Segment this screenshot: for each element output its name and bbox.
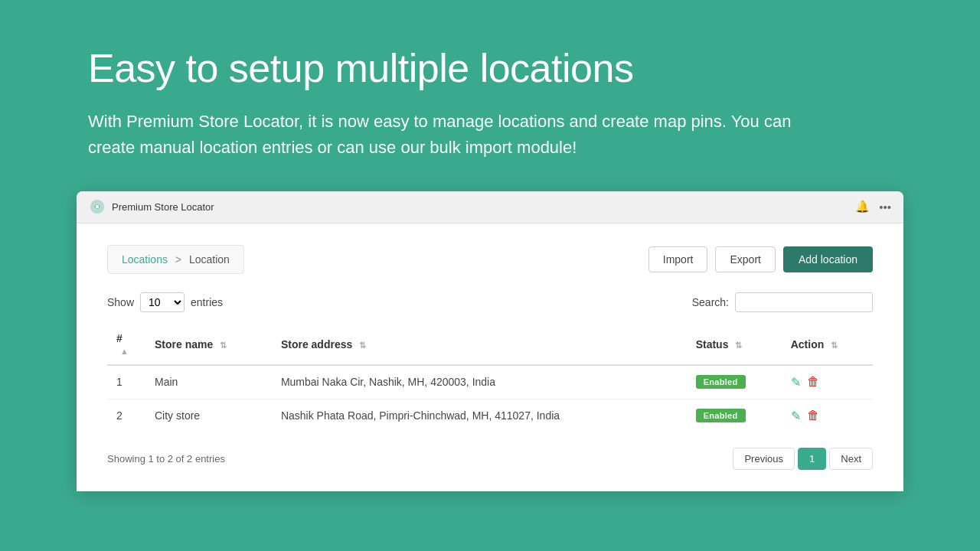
col-number: # ▲: [107, 324, 145, 365]
entries-label: entries: [191, 296, 223, 308]
col-store-address: Store address ⇅: [272, 324, 687, 365]
col-status: Status ⇅: [687, 324, 782, 365]
edit-icon[interactable]: ✎: [791, 409, 801, 423]
table-header-row: # ▲ Store name ⇅ Store address ⇅ Status …: [107, 324, 873, 365]
edit-icon[interactable]: ✎: [791, 375, 801, 390]
row-id: 2: [107, 399, 145, 432]
row-status: Enabled: [687, 399, 782, 432]
sort-icon-action: ⇅: [831, 341, 838, 350]
content-area: Locations > Location Import Export Add l…: [77, 223, 903, 491]
search-input[interactable]: [735, 292, 873, 312]
app-window: Premium Store Locator 🔔 ••• Locations > …: [77, 191, 903, 491]
pagination: Previous 1 Next: [733, 448, 873, 470]
row-store-address: Mumbai Naka Cir, Nashik, MH, 420003, Ind…: [272, 365, 687, 399]
sort-icon-address: ⇅: [359, 341, 366, 350]
export-button[interactable]: Export: [715, 246, 775, 272]
delete-icon[interactable]: 🗑: [807, 409, 819, 422]
search-bar: Search:: [692, 292, 873, 312]
sort-icon-number: ▲: [120, 347, 129, 356]
more-options-icon[interactable]: •••: [879, 201, 891, 214]
show-entries: Show 10 25 50 100 entries: [107, 292, 223, 312]
row-store-name: Main: [145, 365, 272, 399]
app-logo-icon: [89, 198, 106, 215]
table-row: 2 City store Nashik Phata Road, Pimpri-C…: [107, 399, 873, 432]
breadcrumb: Locations > Location: [107, 245, 244, 274]
showing-text: Showing 1 to 2 of 2 entries: [107, 453, 225, 465]
col-store-name: Store name ⇅: [145, 324, 272, 365]
breadcrumb-current: Location: [189, 253, 230, 266]
title-bar-left: Premium Store Locator: [89, 198, 214, 215]
previous-button[interactable]: Previous: [733, 448, 795, 470]
hero-title: Easy to setup multiple locations: [88, 46, 892, 92]
top-bar: Locations > Location Import Export Add l…: [107, 245, 873, 274]
import-button[interactable]: Import: [648, 246, 708, 272]
row-store-name: City store: [145, 399, 272, 432]
delete-icon[interactable]: 🗑: [807, 375, 819, 389]
svg-point-1: [96, 205, 100, 209]
row-actions: ✎ 🗑: [782, 399, 873, 432]
status-badge: Enabled: [696, 409, 746, 422]
table-controls: Show 10 25 50 100 entries Search:: [107, 292, 873, 312]
row-store-address: Nashik Phata Road, Pimpri-Chinchwad, MH,…: [272, 399, 687, 432]
row-id: 1: [107, 365, 145, 399]
hero-section: Easy to setup multiple locations With Pr…: [0, 0, 980, 191]
bell-icon[interactable]: 🔔: [855, 200, 870, 214]
breadcrumb-separator: >: [175, 253, 181, 266]
add-location-button[interactable]: Add location: [783, 246, 873, 272]
row-actions: ✎ 🗑: [782, 365, 873, 399]
locations-table: # ▲ Store name ⇅ Store address ⇅ Status …: [107, 324, 873, 432]
page-1-button[interactable]: 1: [798, 448, 826, 470]
table-footer: Showing 1 to 2 of 2 entries Previous 1 N…: [107, 448, 873, 470]
title-bar-actions: 🔔 •••: [855, 200, 891, 214]
table-row: 1 Main Mumbai Naka Cir, Nashik, MH, 4200…: [107, 365, 873, 399]
row-status: Enabled: [687, 365, 782, 399]
show-label: Show: [107, 296, 134, 308]
title-bar: Premium Store Locator 🔔 •••: [77, 191, 903, 223]
status-badge: Enabled: [696, 375, 746, 389]
entries-select[interactable]: 10 25 50 100: [140, 292, 185, 312]
breadcrumb-link[interactable]: Locations: [122, 253, 168, 266]
col-action: Action ⇅: [782, 324, 873, 365]
table-body: 1 Main Mumbai Naka Cir, Nashik, MH, 4200…: [107, 365, 873, 432]
next-button[interactable]: Next: [829, 448, 873, 470]
app-title: Premium Store Locator: [112, 201, 214, 213]
search-label: Search:: [692, 296, 729, 308]
sort-icon-store: ⇅: [220, 341, 227, 350]
hero-subtitle: With Premium Store Locator, it is now ea…: [88, 109, 838, 161]
sort-icon-status: ⇅: [735, 341, 742, 350]
action-buttons: Import Export Add location: [648, 246, 873, 272]
